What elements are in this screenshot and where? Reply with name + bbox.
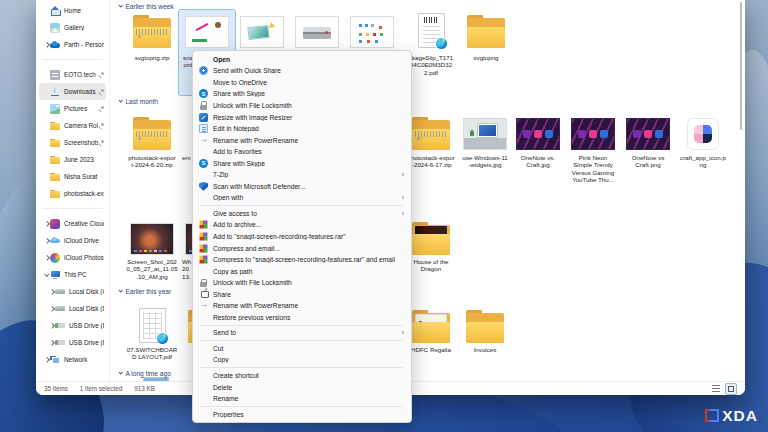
- sidebar-item-creative-cloud-files[interactable]: Creative Cloud Files: [39, 215, 106, 232]
- file-icon: [289, 10, 345, 48]
- desk-thumbnail: [463, 118, 507, 150]
- file-tile-scanner[interactable]: [289, 10, 345, 54]
- menu-item-add-to-archive[interactable]: Add to archive...: [193, 219, 411, 231]
- menu-item-unlock-with-file-locksmith[interactable]: Unlock with File Locksmith: [193, 277, 411, 289]
- sidebar-item-camera-roll[interactable]: Camera Roll: [39, 117, 106, 134]
- details-view-icon[interactable]: [712, 385, 720, 392]
- file-label: Screen_Shot_202 0_05_27_at_11.05 .10_AM.…: [124, 258, 180, 280]
- sidebar-item-icloud-photos[interactable]: iCloud Photos: [39, 249, 106, 266]
- sidebar-item-usb-drive-e[interactable]: USB Drive (E:): [39, 334, 106, 351]
- sidebar-item-nisha-surat[interactable]: Nisha Surat: [39, 168, 106, 185]
- menu-item-create-shortcut[interactable]: Create shortcut: [193, 370, 411, 382]
- file-icon: [620, 104, 676, 150]
- chevron-right-icon[interactable]: [48, 322, 55, 329]
- menu-item-scan-with-microsoft-defender[interactable]: Scan with Microsoft Defender...: [193, 181, 411, 193]
- menu-item-add-to-snagit-screen-recording-features-rar[interactable]: Add to "snagit-screen-recording-features…: [193, 231, 411, 243]
- menu-item-label: Add to "snagit-screen-recording-features…: [213, 233, 404, 240]
- menu-item-copy[interactable]: Copy: [193, 354, 411, 366]
- sidebar-item-local-disk-c[interactable]: Local Disk (C:): [39, 283, 106, 300]
- menu-item-delete[interactable]: Delete: [193, 381, 411, 393]
- file-tile-use-windows-11-widgets-jpg[interactable]: use-Windows-11 -widgets.jpg: [457, 104, 513, 169]
- menu-item-open[interactable]: Open: [193, 54, 411, 66]
- sidebar-item-june-2023[interactable]: June 2023: [39, 151, 106, 168]
- group-header-earlier-this-year[interactable]: Earlier this year: [119, 287, 171, 296]
- menu-item-rename-with-powerrename[interactable]: Rename with PowerRename: [193, 300, 411, 312]
- file-tile-invoices[interactable]: Invoices: [457, 296, 513, 353]
- chevron-spacer: [43, 24, 50, 31]
- sidebar-item-parth-personal[interactable]: Parth - Personal: [39, 36, 106, 53]
- menu-item-label: Delete: [213, 384, 404, 391]
- quickshare-icon: [199, 66, 208, 75]
- sidebar-item-network[interactable]: Network: [39, 351, 106, 368]
- sidebar-item-downloads[interactable]: Downloads: [39, 83, 106, 100]
- sidebar-item-pictures[interactable]: Pictures: [39, 100, 106, 117]
- menu-separator: [201, 205, 403, 206]
- menu-item-cut[interactable]: Cut: [193, 343, 411, 355]
- menu-item-restore-previous-versions[interactable]: Restore previous versions: [193, 312, 411, 324]
- sidebar-item-icloud-drive[interactable]: iCloud Drive: [39, 232, 106, 249]
- chevron-right-icon[interactable]: [43, 41, 50, 48]
- sidebar-item-home[interactable]: Home: [39, 2, 106, 19]
- resizer-icon: [199, 113, 208, 122]
- chevron-right-icon[interactable]: [48, 305, 55, 312]
- file-icon: [403, 10, 459, 48]
- vertical-scrollbar[interactable]: [740, 2, 743, 130]
- sidebar-item-usb-drive-e[interactable]: USB Drive (E:): [39, 317, 106, 334]
- menu-item-send-to[interactable]: Send to›: [193, 327, 411, 339]
- sidebar-item-label: Network: [64, 356, 104, 363]
- file-tile-gpu[interactable]: [234, 10, 290, 54]
- file-tile-svgtopng[interactable]: svgtopng: [458, 10, 514, 61]
- file-tile-pink-neon-simple-trendy-versus-gaming-youtube-thu[interactable]: Pink Neon Simple Trendy Versus Gaming Yo…: [565, 104, 621, 183]
- file-icon: [344, 10, 400, 48]
- menu-item-compress-to-snagit-screen-recording-features-rar-and-email[interactable]: Compress to "snagit-screen-recording-fea…: [193, 254, 411, 266]
- sidebar-item-screenshots[interactable]: Screenshots: [39, 134, 106, 151]
- chevron-right-icon[interactable]: [43, 237, 50, 244]
- file-tile-screen-shot-202-0-05-27-at-11-05-10-am-jpg[interactable]: Screen_Shot_202 0_05_27_at_11.05 .10_AM.…: [124, 212, 180, 280]
- menu-item-rename[interactable]: Rename: [193, 393, 411, 405]
- menu-item-properties[interactable]: Properties: [193, 408, 411, 420]
- menu-item-give-access-to[interactable]: Give access to›: [193, 208, 411, 220]
- sidebar-item-local-disk-d[interactable]: Local Disk (D:): [39, 300, 106, 317]
- menu-item-send-with-quick-share[interactable]: Send with Quick Share: [193, 65, 411, 77]
- chevron-down-icon[interactable]: [43, 271, 50, 278]
- group-header-a-long-time-ago[interactable]: A long time ago: [119, 369, 171, 378]
- menu-item-share-with-skype[interactable]: Share with Skype: [193, 157, 411, 169]
- menu-item-label: Send to: [213, 329, 402, 336]
- menu-item-move-to-onedrive[interactable]: Move to OneDrive: [193, 77, 411, 89]
- file-tile-diagram[interactable]: [344, 10, 400, 54]
- menu-item-copy-as-path[interactable]: Copy as path: [193, 265, 411, 277]
- menu-item-share-with-skype[interactable]: Share with Skype: [193, 88, 411, 100]
- chevron-right-icon[interactable]: [48, 288, 55, 295]
- menu-item-resize-with-image-resizer[interactable]: Resize with Image Resizer: [193, 111, 411, 123]
- chevron-spacer: [43, 139, 50, 146]
- file-tile-onenote-vs-craft-jpg[interactable]: OneNote vs. Craft.jpg: [510, 104, 566, 169]
- menu-item-open-with[interactable]: Open with›: [193, 192, 411, 204]
- sidebar-item-gallery[interactable]: Gallery: [39, 19, 106, 36]
- file-tile-svgtopng-zip[interactable]: svgtopng.zip: [124, 10, 180, 61]
- sidebar-item-label: USB Drive (E:): [69, 322, 104, 329]
- menu-item-rename-with-powerrename[interactable]: Rename with PowerRename: [193, 134, 411, 146]
- sidebar-item-eoto-tech[interactable]: EOTO.tech: [39, 66, 106, 83]
- sidebar-item-photostack-export[interactable]: photostack-export: [39, 185, 106, 202]
- large-thumbnails-view-toggle[interactable]: [725, 383, 737, 395]
- menu-item-label: Scan with Microsoft Defender...: [213, 183, 404, 190]
- file-tile-07-switchboar-d-layout-pdf[interactable]: 07.SWITCHBOAR D LAYOUT.pdf: [124, 296, 180, 361]
- chevron-right-icon[interactable]: [43, 220, 50, 227]
- folder-icon: [466, 15, 506, 48]
- chevron-right-icon[interactable]: [43, 254, 50, 261]
- menu-item-edit-in-notepad[interactable]: Edit in Notepad: [193, 123, 411, 135]
- menu-item-share[interactable]: Share: [193, 288, 411, 300]
- file-tile-photostack-expor-t-2024-6-20-zip[interactable]: photostack-expor t-2024-6-20.zip: [124, 104, 180, 169]
- edge-browser-icon: [157, 333, 168, 344]
- skype-icon: [199, 89, 208, 98]
- menu-item-add-to-favorites[interactable]: Add to Favorites: [193, 146, 411, 158]
- menu-item-7-zip[interactable]: 7-Zip›: [193, 169, 411, 181]
- chevron-right-icon[interactable]: [43, 356, 50, 363]
- menu-item-unlock-with-file-locksmith[interactable]: Unlock with File Locksmith: [193, 100, 411, 112]
- chevron-right-icon[interactable]: [48, 339, 55, 346]
- sidebar-item-this-pc[interactable]: This PC: [39, 266, 106, 283]
- menu-item-compress-and-email[interactable]: Compress and email...: [193, 242, 411, 254]
- file-tile-onenote-vs-craft-png[interactable]: OneNote vs Craft.png: [620, 104, 676, 169]
- menu-item-label: Create shortcut: [213, 372, 404, 379]
- file-tile-craft-app-icon-p-ng[interactable]: craft_app_icon.p ng: [675, 104, 731, 169]
